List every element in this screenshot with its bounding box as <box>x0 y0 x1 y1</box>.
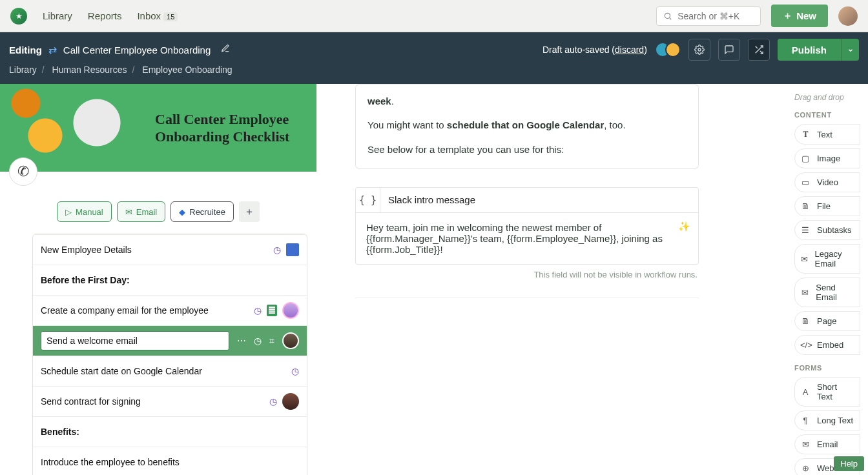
assignee-avatar[interactable] <box>282 332 299 349</box>
comments-button[interactable] <box>718 39 740 61</box>
clock-icon[interactable]: ◷ <box>269 396 277 407</box>
form-short-text[interactable]: AShort Text <box>794 377 860 407</box>
clock-icon[interactable]: ◷ <box>273 245 281 255</box>
snippet-body[interactable]: Hey team, join me in welcoming the newes… <box>356 213 698 264</box>
sync-icon: ⇄ <box>48 44 57 56</box>
item-icon: ▭ <box>800 177 811 187</box>
trigger-email[interactable]: ✉Email <box>117 201 166 222</box>
discard-link[interactable]: discard <box>615 45 644 55</box>
svg-line-1 <box>670 17 672 19</box>
svg-line-5 <box>755 46 757 48</box>
svg-point-2 <box>698 48 701 51</box>
nav-library[interactable]: Library <box>43 10 72 21</box>
publish-caret[interactable] <box>841 39 859 61</box>
sheets-icon <box>267 305 277 316</box>
crumb-hr[interactable]: Human Resources <box>52 65 127 75</box>
assignee-avatar[interactable] <box>282 393 299 410</box>
search-icon <box>663 12 672 21</box>
task-number: 8 <box>32 447 33 475</box>
content-subtasks[interactable]: ☰Subtasks <box>794 220 860 240</box>
task-row[interactable]: Schedule start date on Google Calendar◷ <box>33 356 307 386</box>
item-icon: ⊕ <box>800 463 811 473</box>
breadcrumb: Library/ Human Resources/ Employee Onboa… <box>9 61 859 75</box>
crumb-onboarding[interactable]: Employee Onboarding <box>142 65 232 75</box>
clock-icon[interactable]: ◷ <box>254 305 262 316</box>
hero-banner: Call Center EmployeeOnboarding Checklist… <box>0 84 316 172</box>
mail-icon: ✉ <box>125 207 132 217</box>
task-title-input[interactable] <box>41 331 229 350</box>
task-label: Create a company email for the employee <box>41 305 246 316</box>
snippet-block[interactable]: { } Slack intro message Hey team, join m… <box>355 187 699 265</box>
task-number: 2 <box>32 265 33 295</box>
drag-hint: Drag and drop <box>794 93 860 102</box>
more-icon[interactable]: ⋯ <box>237 336 246 346</box>
item-label: Image <box>817 154 840 163</box>
clock-icon[interactable]: ◷ <box>254 336 262 346</box>
right-sidebar: Drag and drop CONTENT 𝐓Text▢Image▭Video🗎… <box>790 84 868 475</box>
plus-icon: ＋ <box>783 10 792 22</box>
new-button[interactable]: ＋New <box>771 5 828 27</box>
task-row[interactable]: ⋯◷⌗ <box>33 325 307 356</box>
task-row[interactable]: New Employee Details◷ <box>33 234 307 265</box>
add-trigger-button[interactable]: ＋ <box>239 201 260 222</box>
forms-section-label: FORMS <box>794 364 860 372</box>
form-long-text[interactable]: ¶Long Text <box>794 410 860 430</box>
task-label: New Employee Details <box>41 245 265 255</box>
rename-icon[interactable] <box>221 44 230 56</box>
clock-icon[interactable]: ◷ <box>291 366 299 376</box>
nav-inbox[interactable]: Inbox15 <box>137 10 178 21</box>
settings-button[interactable] <box>688 39 710 61</box>
inbox-badge: 15 <box>163 12 178 21</box>
phone-icon[interactable]: ✆ <box>9 157 37 186</box>
collaborators[interactable] <box>655 42 681 57</box>
item-label: Email <box>817 440 838 449</box>
user-avatar[interactable] <box>838 6 858 26</box>
item-label: Short Text <box>817 382 854 401</box>
content-image[interactable]: ▢Image <box>794 148 860 168</box>
trigger-recruitee[interactable]: ◆Recruitee <box>170 201 234 222</box>
item-label: File <box>817 201 831 211</box>
task-label: Introduce the employee to benefits <box>41 457 291 467</box>
task-section-header[interactable]: Before the First Day: <box>33 265 307 295</box>
task-row[interactable]: Send contract for signing◷ <box>33 386 307 416</box>
content-page[interactable]: 🗎Page <box>794 311 860 331</box>
content-video[interactable]: ▭Video <box>794 172 860 192</box>
content-text[interactable]: 𝐓Text <box>794 124 860 145</box>
content-file[interactable]: 🗎File <box>794 196 860 216</box>
editor-header: Editing ⇄ Call Center Employee Onboardin… <box>0 32 868 84</box>
item-label: Text <box>817 130 832 139</box>
content-send-email[interactable]: ✉Send Email <box>794 278 860 307</box>
assignee-avatar[interactable] <box>282 302 299 319</box>
item-icon: ✉ <box>800 288 809 298</box>
content-legacy-email[interactable]: ✉Legacy Email <box>794 244 860 274</box>
search-input[interactable] <box>656 6 761 26</box>
task-row[interactable]: Create a company email for the employee◷ <box>33 295 307 325</box>
top-nav: ★ Library Reports Inbox15 ＋New <box>0 0 868 32</box>
nav-reports[interactable]: Reports <box>88 10 122 21</box>
item-label: Long Text <box>817 416 853 425</box>
task-section-header[interactable]: Benefits: <box>33 416 307 447</box>
code-icon: { } <box>356 188 380 212</box>
mode-label: Editing <box>9 45 42 56</box>
form-email[interactable]: ✉Email <box>794 434 860 454</box>
item-label: Subtasks <box>817 225 851 235</box>
item-icon: 𝐓 <box>800 129 811 139</box>
task-row[interactable]: Introduce the employee to benefits <box>33 447 307 475</box>
content-embed[interactable]: </>Embed <box>794 335 860 355</box>
snippet-title[interactable]: Slack intro message <box>388 189 475 210</box>
divider <box>355 298 699 298</box>
center-panel: week. You might want to schedule that on… <box>316 84 790 475</box>
item-icon: ▢ <box>800 154 811 163</box>
item-icon: ¶ <box>800 416 811 425</box>
help-button[interactable]: Help <box>834 456 864 471</box>
publish-button[interactable]: Publish <box>778 39 859 61</box>
app-logo[interactable]: ★ <box>10 8 27 25</box>
item-icon: ✉ <box>800 440 811 449</box>
doc-title: Call Center Employee Onboarding <box>63 45 211 56</box>
magic-icon[interactable]: ✨ <box>678 221 690 232</box>
trigger-manual[interactable]: ▷Manual <box>57 201 112 222</box>
triggers-row: ▷Manual ✉Email ◆Recruitee ＋ <box>0 172 316 234</box>
shuffle-button[interactable] <box>748 39 770 61</box>
content-section-label: CONTENT <box>794 111 860 119</box>
crumb-library[interactable]: Library <box>9 65 37 75</box>
